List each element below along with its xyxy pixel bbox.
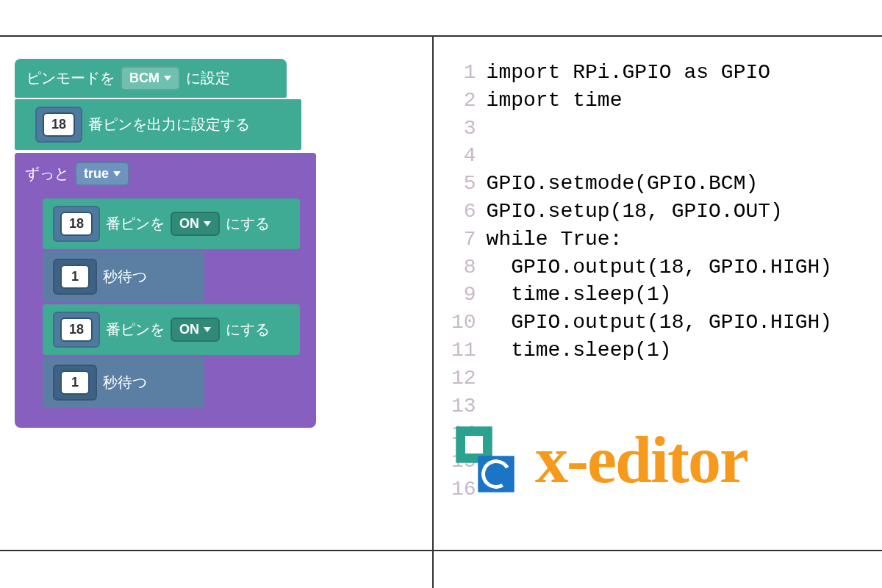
block-output-2[interactable]: 18 番ピンを ON にする xyxy=(43,304,300,355)
code-line[interactable] xyxy=(487,115,832,143)
block-wait-label: 秒待つ xyxy=(103,267,147,287)
line-number: 11 xyxy=(451,337,476,365)
code-line[interactable]: import RPi.GPIO as GPIO xyxy=(487,59,832,87)
code-line[interactable]: GPIO.setmode(GPIO.BCM) xyxy=(487,170,832,198)
app-logo: x-editor xyxy=(441,419,747,500)
line-number: 12 xyxy=(451,365,476,392)
line-number: 3 xyxy=(451,115,476,143)
line-number: 1 xyxy=(451,59,476,87)
output-state-dropdown[interactable]: ON xyxy=(171,318,220,342)
block-loop[interactable]: ずっと true xyxy=(15,153,316,195)
loop-condition-dropdown[interactable]: true xyxy=(75,162,129,186)
loop-condition-value: true xyxy=(84,166,109,182)
top-bar xyxy=(0,0,882,37)
block-output-suffix: にする xyxy=(226,214,270,234)
logo-text: x-editor xyxy=(535,422,747,498)
logo-icon xyxy=(441,419,522,500)
pin-number-field[interactable]: 18 xyxy=(60,212,93,236)
line-number: 9 xyxy=(451,281,476,309)
block-setup-pin[interactable]: 18 番ピンを出力に設定する xyxy=(15,99,301,150)
line-number: 13 xyxy=(451,392,476,420)
code-line[interactable]: import time xyxy=(487,87,832,115)
block-output-suffix: にする xyxy=(226,320,270,340)
block-wait-1[interactable]: 1 秒待つ xyxy=(43,251,204,302)
code-line[interactable]: while True: xyxy=(487,226,832,254)
pin-number-slot[interactable]: 18 xyxy=(53,206,100,242)
output-state-value: ON xyxy=(179,216,199,232)
line-number: 5 xyxy=(451,170,476,198)
code-line[interactable]: GPIO.output(18, GPIO.HIGH) xyxy=(487,309,832,337)
output-state-value: ON xyxy=(179,322,199,337)
code-line[interactable]: GPIO.output(18, GPIO.HIGH) xyxy=(487,254,832,282)
code-line[interactable]: GPIO.setup(18, GPIO.OUT) xyxy=(487,198,832,226)
code-line[interactable] xyxy=(487,365,832,392)
code-panel: 12345678910111213141516 import RPi.GPIO … xyxy=(434,37,882,588)
seconds-slot[interactable]: 1 xyxy=(53,259,97,295)
code-line[interactable]: time.sleep(1) xyxy=(487,281,832,309)
pin-mode-dropdown[interactable]: BCM xyxy=(121,66,180,90)
chevron-down-icon xyxy=(204,327,211,332)
code-line[interactable] xyxy=(487,142,832,170)
block-setup-label: 番ピンを出力に設定する xyxy=(88,115,250,135)
chevron-down-icon xyxy=(204,221,211,226)
pin-number-field[interactable]: 18 xyxy=(60,318,93,342)
line-number: 6 xyxy=(451,198,476,226)
loop-body: 18 番ピンを ON にする 1 秒待つ 18 番ピンを xyxy=(15,195,316,412)
pin-number-slot[interactable]: 18 xyxy=(53,312,100,348)
line-number: 10 xyxy=(451,309,476,337)
block-wait-2[interactable]: 1 秒待つ xyxy=(43,357,204,408)
loop-footer xyxy=(15,412,316,428)
chevron-down-icon xyxy=(113,171,121,176)
seconds-field[interactable]: 1 xyxy=(60,265,90,289)
block-pin-mode-prefix: ピンモードを xyxy=(26,68,115,88)
line-number: 2 xyxy=(451,87,476,115)
output-state-dropdown[interactable]: ON xyxy=(171,212,220,236)
block-output-1[interactable]: 18 番ピンを ON にする xyxy=(43,198,300,249)
block-wait-label: 秒待つ xyxy=(103,373,147,392)
chevron-down-icon xyxy=(164,76,171,81)
block-output-prefix: 番ピンを xyxy=(106,214,165,234)
block-output-prefix: 番ピンを xyxy=(106,320,165,340)
main-split: ピンモードを BCM に設定 18 番ピンを出力に設定する ずっと true xyxy=(0,37,882,588)
pin-mode-value: BCM xyxy=(129,71,159,86)
seconds-field[interactable]: 1 xyxy=(60,370,90,395)
pin-number-slot[interactable]: 18 xyxy=(35,107,82,143)
block-editor-panel[interactable]: ピンモードを BCM に設定 18 番ピンを出力に設定する ずっと true xyxy=(0,37,434,588)
seconds-slot[interactable]: 1 xyxy=(53,365,97,401)
block-pin-mode[interactable]: ピンモードを BCM に設定 xyxy=(15,59,287,98)
code-line[interactable]: time.sleep(1) xyxy=(487,337,832,365)
line-number: 8 xyxy=(451,254,476,282)
block-loop-label: ずっと xyxy=(25,164,69,184)
code-line[interactable] xyxy=(487,392,832,420)
line-number: 7 xyxy=(451,226,476,254)
block-pin-mode-suffix: に設定 xyxy=(186,68,230,88)
line-number: 4 xyxy=(451,142,476,170)
bottom-divider xyxy=(0,550,882,551)
pin-number-field[interactable]: 18 xyxy=(43,112,75,137)
